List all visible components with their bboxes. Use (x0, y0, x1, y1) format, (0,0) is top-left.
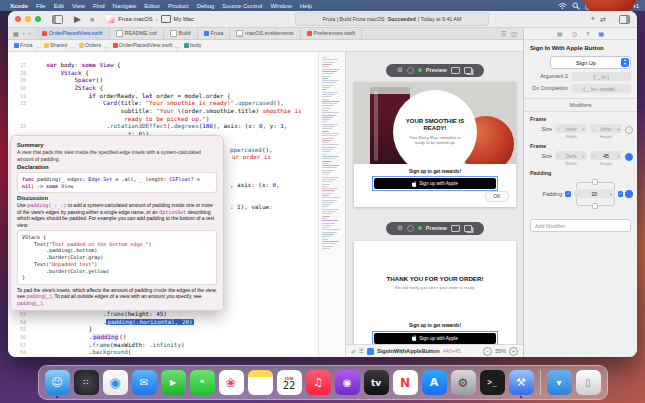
padding-trailing-checkbox[interactable]: ✓ (618, 191, 624, 197)
dock-appstore-icon[interactable]: A (422, 370, 447, 395)
sign-in-with-apple-button[interactable]: Sign up with Apple (374, 333, 496, 344)
activity-view[interactable]: Fruta | Build Fruta macOS: Succeeded | T… (295, 12, 489, 26)
height-dropdown[interactable]: −Inher+ (590, 124, 622, 133)
preview-device-icon[interactable] (451, 67, 460, 74)
stop-button[interactable]: ■ (90, 16, 94, 23)
code-line-32[interactable]: 32 Card(title: "Your smoothie is ready!"… (8, 100, 317, 108)
dock-xcode-icon[interactable]: ⚒ (509, 370, 534, 395)
dock-launchpad-icon[interactable]: ∷ (74, 370, 99, 395)
preview-duplicate-icon[interactable] (464, 67, 472, 74)
dock-notes-icon[interactable] (248, 370, 273, 395)
live-preview-icon[interactable] (407, 225, 414, 232)
tab-preferences-swift[interactable]: Preferences.swift (301, 28, 362, 39)
code-line-31[interactable]: 31 if orderReady, let order = model.orde… (8, 93, 317, 101)
padding-leading-checkbox[interactable]: ✓ (565, 191, 571, 197)
breadcrumb-shared[interactable]: Shared (44, 42, 67, 48)
preview-duplicate-icon[interactable] (464, 225, 472, 232)
height-stepper[interactable]: −45+ (590, 151, 622, 160)
dock-news-icon[interactable]: N (393, 370, 418, 395)
add-editor-icon[interactable]: ◫ (511, 30, 517, 37)
layout-list-icon[interactable]: ☰ (359, 348, 364, 354)
dock-calendar-icon[interactable]: JUN22 (277, 370, 302, 395)
dock-music-icon[interactable]: ♫ (306, 370, 331, 395)
code-line-27[interactable]: 27 var body: some View { (8, 62, 317, 70)
breadcrumb-fruta[interactable]: Fruta (14, 42, 33, 48)
dock-terminal-icon[interactable]: >_ (480, 370, 505, 395)
menu-item-editor[interactable]: Editor (140, 3, 164, 9)
breadcrumb-orderplacedview-swift[interactable]: OrderPlacedView.swift (113, 42, 173, 48)
dock-trash-icon[interactable]: ▯ (576, 370, 601, 395)
tab-fruta[interactable]: Fruta (198, 28, 231, 39)
width-dropdown[interactable]: −Defa+ (555, 151, 587, 160)
code-line-29[interactable]: 29 Spacer() (8, 77, 317, 85)
ok-button[interactable]: OK (485, 191, 509, 202)
preview-settings-icon[interactable]: ⚙ (397, 225, 403, 232)
menu-item-window[interactable]: Window (266, 3, 295, 9)
editor-options-icon[interactable]: ☰ (501, 30, 506, 37)
button-type-popup[interactable]: Sign Up ▲▼ (550, 56, 631, 69)
dock-mail-icon[interactable]: ✉ (132, 370, 157, 395)
dock-photos-icon[interactable]: ❀ (219, 370, 244, 395)
argument2-field[interactable]: { _ in } (572, 72, 631, 81)
preview-settings-icon[interactable]: ⚙ (397, 67, 403, 74)
back-icon[interactable]: ‹ (23, 30, 25, 36)
menu-item-view[interactable]: View (68, 3, 89, 9)
dock-messages-icon[interactable]: ❝ (190, 370, 215, 395)
zoom-button[interactable] (35, 16, 41, 22)
code-line-28[interactable]: 28 VStack { (8, 70, 317, 78)
sign-in-with-apple-button[interactable]: Sign up with Apple (374, 178, 496, 189)
tab-orderplacedview-swift[interactable]: OrderPlacedView.swift (36, 28, 110, 39)
dock-settings-icon[interactable]: ⚙ (451, 370, 476, 395)
dock-safari-icon[interactable]: ◉ (103, 370, 128, 395)
dock-finder-icon[interactable]: ☺ (45, 370, 70, 395)
preview-device-icon[interactable] (451, 225, 460, 232)
breadcrumb-body[interactable]: body (184, 42, 202, 48)
code-line-53[interactable]: 53 .frame(height: 45) (8, 311, 317, 319)
zoom-out-icon[interactable]: − (483, 347, 492, 356)
add-modifier-field[interactable]: Add Modifier (530, 219, 631, 232)
menu-item-find[interactable]: Find (89, 3, 109, 9)
menu-item-source-control[interactable]: Source Control (218, 3, 266, 9)
file-inspector-icon[interactable]: ▤ (557, 30, 563, 37)
scheme-selector[interactable]: Fruta macOS › My Mac (105, 14, 194, 24)
history-inspector-icon[interactable]: ◷ (572, 30, 577, 37)
width-dropdown[interactable]: −Inher+ (555, 124, 587, 133)
menu-item-file[interactable]: File (32, 3, 50, 9)
dock-downloads-icon[interactable]: ▾ (547, 370, 572, 395)
code-line-56[interactable]: 56 .padding() (8, 334, 317, 342)
dock-tv-icon[interactable]: tv (364, 370, 389, 395)
tab-readme-md[interactable]: README.md (110, 28, 164, 39)
dock-podcasts-icon[interactable]: ◉ (335, 370, 360, 395)
toggle-inspector-icon[interactable] (619, 15, 630, 24)
pin-preview-icon[interactable]: ✐ (351, 348, 356, 355)
code-line-wrap[interactable]: subtitle: "Your \(order.smoothie.title) … (8, 108, 317, 116)
dock-facetime-icon[interactable]: ▶ (161, 370, 186, 395)
code-line-30[interactable]: 30 ZStack { (8, 85, 317, 93)
tab-overview-icon[interactable]: ▦ (13, 30, 19, 37)
breadcrumb-orders[interactable]: Orders (79, 42, 101, 48)
tab-macos-entitlements[interactable]: macOS.entitlements (230, 28, 301, 39)
menu-item-product[interactable]: Product (164, 3, 193, 9)
run-button[interactable]: ▶ (74, 15, 81, 24)
preview-thank-you[interactable]: THANK YOU FOR YOUR ORDER! We will notify… (354, 241, 516, 349)
code-line-55[interactable]: 55 } (8, 326, 317, 334)
source-editor[interactable]: 27 var body: some View {28 VStack {29 Sp… (8, 52, 345, 357)
zoom-in-icon[interactable]: + (509, 347, 518, 356)
tab-build[interactable]: Build (164, 28, 198, 39)
code-review-icon[interactable]: ⇄ (600, 16, 606, 23)
padding-bottom-checkbox[interactable] (592, 203, 598, 209)
code-line-wrap[interactable]: ready to be picked up.") (8, 116, 317, 124)
code-line-54[interactable]: 54 .padding(.horizontal, 20) (8, 319, 317, 327)
menu-item-navigate[interactable]: Navigate (109, 3, 141, 9)
padding-top-checkbox[interactable] (592, 179, 598, 185)
live-preview-icon[interactable] (407, 67, 414, 74)
code-line-57[interactable]: 57 .frame(maxWidth: .infinity) (8, 342, 317, 350)
editor-minimap[interactable] (318, 52, 345, 357)
code-line-33[interactable]: 33 .rotation3DEffect(.degrees(180), axis… (8, 123, 317, 131)
modifier-toggle-active[interactable] (625, 190, 633, 198)
modifier-toggle[interactable] (625, 126, 633, 134)
zoom-level[interactable]: 55% (495, 348, 506, 354)
on-completion-field[interactable]: { _ in~ model… (572, 84, 631, 93)
library-plus-icon[interactable]: + (590, 15, 595, 23)
close-button[interactable] (15, 16, 21, 22)
